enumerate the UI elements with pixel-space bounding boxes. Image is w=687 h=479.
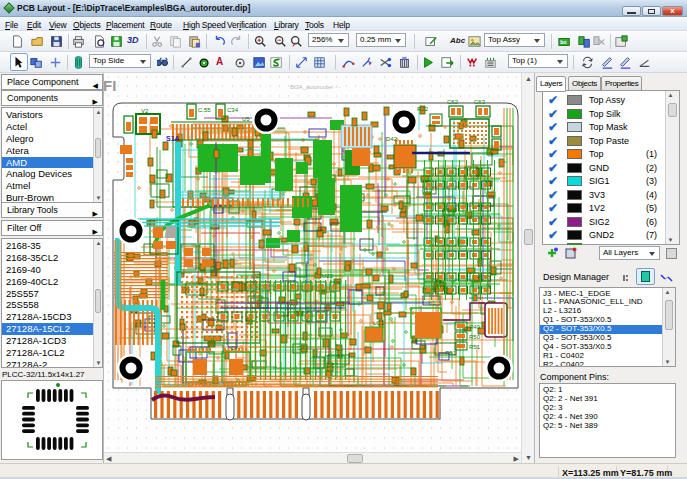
svg-text:C62: C62 bbox=[447, 99, 459, 105]
svg-text:U22: U22 bbox=[322, 273, 334, 279]
svg-text:S1A: S1A bbox=[166, 135, 180, 142]
svg-text:BGA_autorouter - -: BGA_autorouter - - bbox=[290, 84, 341, 90]
svg-text:C34: C34 bbox=[227, 107, 239, 113]
svg-text:R51: R51 bbox=[469, 344, 481, 350]
svg-text:R49: R49 bbox=[469, 324, 481, 330]
svg-text:R50: R50 bbox=[469, 334, 481, 340]
svg-text:C63: C63 bbox=[474, 99, 486, 105]
svg-text:C.55: C.55 bbox=[198, 107, 211, 113]
svg-text:U1: U1 bbox=[428, 300, 436, 306]
svg-text:U5: U5 bbox=[242, 116, 250, 122]
svg-text:V2: V2 bbox=[141, 108, 149, 114]
svg-text:bo: bo bbox=[560, 39, 566, 45]
svg-text:D42: D42 bbox=[386, 136, 398, 142]
svg-text:R51: R51 bbox=[445, 350, 457, 356]
svg-text:FI: FI bbox=[104, 77, 116, 94]
svg-text:R22: R22 bbox=[417, 106, 429, 112]
svg-text:U2: U2 bbox=[252, 273, 260, 279]
svg-text:LC1: LC1 bbox=[373, 320, 385, 326]
svg-text:C4: C4 bbox=[297, 345, 305, 351]
svg-text:C4: C4 bbox=[230, 345, 238, 351]
